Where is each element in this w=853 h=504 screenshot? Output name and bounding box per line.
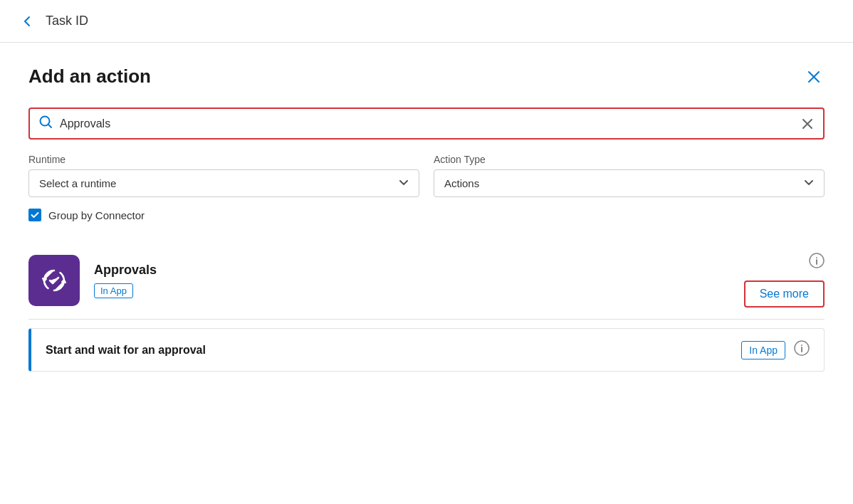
action-type-chevron-icon bbox=[804, 177, 814, 189]
action-item-info-icon[interactable] bbox=[794, 340, 810, 359]
divider bbox=[28, 319, 825, 320]
connector-badge: In App bbox=[94, 283, 133, 298]
connector-info-icon[interactable] bbox=[809, 253, 825, 272]
header-title: Task ID bbox=[46, 14, 88, 28]
panel-title: Add an action bbox=[28, 65, 151, 88]
search-clear-button[interactable] bbox=[800, 117, 815, 131]
connector-actions: See more bbox=[744, 253, 825, 308]
action-item-right: In App bbox=[741, 340, 810, 359]
back-button[interactable] bbox=[17, 11, 37, 31]
action-type-label: Action Type bbox=[434, 154, 825, 165]
svg-point-2 bbox=[816, 257, 817, 258]
action-type-select-value: Actions bbox=[444, 177, 479, 189]
close-button[interactable] bbox=[803, 66, 825, 88]
main-panel: Add an action Runtime Select a runti bbox=[0, 43, 853, 389]
search-container bbox=[28, 107, 825, 140]
connector-icon bbox=[28, 255, 80, 306]
group-by-label: Group by Connector bbox=[48, 209, 145, 221]
connector-card: Approvals In App See more bbox=[28, 241, 825, 319]
action-item-badge: In App bbox=[741, 341, 785, 359]
runtime-label: Runtime bbox=[28, 154, 419, 165]
runtime-filter-group: Runtime Select a runtime bbox=[28, 154, 419, 197]
search-icon bbox=[38, 115, 53, 132]
action-item-label: Start and wait for an approval bbox=[46, 344, 206, 357]
action-type-select[interactable]: Actions bbox=[434, 169, 825, 197]
action-item[interactable]: Start and wait for an approval In App bbox=[28, 328, 825, 372]
title-row: Add an action bbox=[28, 65, 825, 88]
action-type-filter-group: Action Type Actions bbox=[434, 154, 825, 197]
filters-row: Runtime Select a runtime Action Type Act… bbox=[28, 154, 825, 197]
connector-info: Approvals In App bbox=[94, 263, 744, 298]
runtime-select[interactable]: Select a runtime bbox=[28, 169, 419, 197]
connector-name: Approvals bbox=[94, 263, 744, 278]
group-by-row: Group by Connector bbox=[28, 209, 825, 221]
header: Task ID bbox=[0, 0, 853, 43]
svg-point-4 bbox=[801, 345, 802, 346]
group-by-checkbox[interactable] bbox=[28, 209, 41, 221]
search-input[interactable] bbox=[60, 117, 800, 130]
runtime-chevron-icon bbox=[399, 177, 409, 189]
see-more-button[interactable]: See more bbox=[744, 280, 825, 308]
runtime-select-value: Select a runtime bbox=[39, 177, 116, 189]
